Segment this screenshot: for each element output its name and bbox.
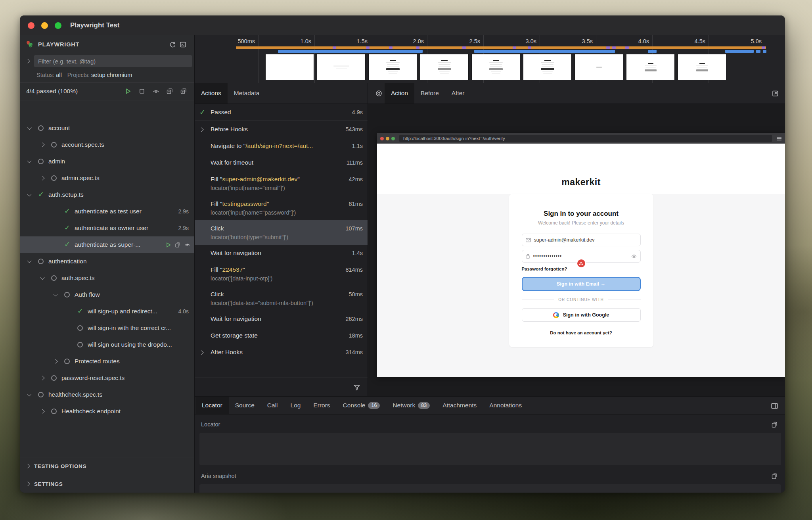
chevron-down-icon[interactable]: [53, 292, 57, 296]
tree-item-authenticate-as-super-[interactable]: ✓authenticate as super-...: [20, 236, 194, 253]
tree-item-password-reset-spec-ts[interactable]: password-reset.spec.ts: [20, 370, 194, 386]
reload-tests-icon[interactable]: [167, 39, 178, 50]
terminal-icon[interactable]: [178, 39, 188, 50]
chevron-right-icon[interactable]: [40, 376, 44, 380]
chevron-down-icon[interactable]: [27, 192, 31, 196]
chevron-right-icon[interactable]: [40, 142, 44, 147]
action-row[interactable]: Fill "224537"814mslocator('[data-input-o…: [195, 261, 368, 286]
chevron-right-icon[interactable]: [53, 359, 57, 363]
film-strip-thumbnail[interactable]: [678, 54, 726, 80]
zoom-window-button[interactable]: [55, 22, 61, 29]
film-strip-thumbnail[interactable]: [420, 54, 468, 80]
chevron-right-icon[interactable]: [200, 126, 203, 133]
film-strip-thumbnail[interactable]: [317, 54, 365, 80]
signin-email-button[interactable]: Sign in with Email →: [522, 277, 641, 291]
tab-log[interactable]: Log: [284, 397, 307, 414]
tree-item-account[interactable]: account: [20, 120, 194, 136]
film-strip-thumbnail[interactable]: [369, 54, 417, 80]
tree-item-auth-spec-ts[interactable]: auth.spec.ts: [20, 270, 194, 286]
action-row[interactable]: Wait for timeout111ms: [195, 154, 368, 171]
tree-item-account-spec-ts[interactable]: account.spec.ts: [20, 136, 194, 153]
chevron-down-icon[interactable]: [27, 392, 31, 396]
section-testing-options[interactable]: TESTING OPTIONS: [20, 457, 194, 475]
tree-item-admin[interactable]: admin: [20, 153, 194, 170]
tab-call[interactable]: Call: [261, 397, 284, 414]
action-row[interactable]: Before Hooks543ms: [195, 121, 368, 138]
tab-after[interactable]: After: [445, 83, 471, 104]
expand-all-icon[interactable]: [178, 86, 189, 96]
copy-aria-snapshot-icon[interactable]: [769, 471, 779, 481]
action-row[interactable]: Wait for navigation1.4s: [195, 245, 368, 261]
film-strip-thumbnail[interactable]: [575, 54, 623, 80]
action-row[interactable]: Click107mslocator('button[type="submit"]…: [195, 220, 368, 245]
film-strip-thumbnail[interactable]: [472, 54, 520, 80]
tab-locator[interactable]: Locator: [195, 397, 229, 414]
tab-actions[interactable]: Actions: [195, 83, 228, 104]
open-external-icon[interactable]: [770, 88, 780, 98]
film-strip-thumbnail[interactable]: [626, 54, 674, 80]
tree-item-invitations[interactable]: invitations: [20, 420, 194, 421]
filter-input[interactable]: [34, 55, 192, 67]
tree-item-protected-routes[interactable]: Protected routes: [20, 353, 194, 370]
tree-item-authentication[interactable]: authentication: [20, 253, 194, 270]
watch-test-icon[interactable]: [184, 242, 190, 248]
show-password-icon[interactable]: [631, 254, 637, 258]
chevron-down-icon[interactable]: [27, 159, 31, 163]
tree-item-will-sign-out-using-the-dropdo-[interactable]: will sign out using the dropdo...: [20, 336, 194, 353]
action-row[interactable]: Navigate to "/auth/sign-in?next=/aut...1…: [195, 138, 368, 154]
filter-expand-chevron-icon[interactable]: [25, 59, 30, 63]
tree-item-admin-spec-ts[interactable]: admin.spec.ts: [20, 170, 194, 186]
tab-annotations[interactable]: Annotations: [483, 397, 528, 414]
chevron-down-icon[interactable]: [40, 275, 44, 280]
action-row[interactable]: ✓Passed4.9s: [195, 104, 368, 121]
film-strip-thumbnail[interactable]: [523, 54, 571, 80]
tree-item-will-sign-in-with-the-correct-cr-[interactable]: will sign-in with the correct cr...: [20, 320, 194, 336]
chevron-right-icon[interactable]: [200, 349, 203, 356]
aria-snapshot-editor[interactable]: [199, 484, 781, 493]
close-window-button[interactable]: [28, 22, 34, 29]
chevron-right-icon[interactable]: [40, 176, 44, 180]
film-strip-thumbnail[interactable]: [266, 54, 314, 80]
tab-metadata[interactable]: Metadata: [228, 83, 266, 104]
email-field[interactable]: super-admin@makerkit.dev: [522, 234, 641, 246]
tree-item-auth-flow[interactable]: Auth flow: [20, 286, 194, 303]
split-view-icon[interactable]: [769, 401, 779, 411]
tab-network[interactable]: Network83: [386, 397, 436, 414]
collapse-all-icon[interactable]: [165, 86, 175, 96]
stop-button[interactable]: [137, 86, 147, 96]
pick-locator-icon[interactable]: [373, 88, 384, 98]
action-row[interactable]: Wait for navigation262ms: [195, 311, 368, 327]
tree-item-authenticate-as-test-user[interactable]: ✓authenticate as test user2.9s: [20, 203, 194, 220]
tree-item-healthcheck-endpoint[interactable]: Healthcheck endpoint: [20, 403, 194, 420]
chevron-right-icon[interactable]: [40, 409, 44, 413]
run-test-icon[interactable]: [165, 242, 171, 248]
section-settings[interactable]: SETTINGS: [20, 475, 194, 493]
password-field[interactable]: ••••••••••••••: [522, 250, 641, 263]
filter-actions-icon[interactable]: [352, 382, 362, 393]
minimize-window-button[interactable]: [41, 22, 48, 29]
copy-locator-icon[interactable]: [769, 419, 779, 430]
locator-editor[interactable]: [199, 433, 781, 465]
signin-google-button[interactable]: Sign in with Google: [522, 308, 641, 322]
chevron-down-icon[interactable]: [27, 125, 31, 130]
chevron-down-icon[interactable]: [27, 259, 31, 263]
tree-item-healthcheck-spec-ts[interactable]: healthcheck.spec.ts: [20, 386, 194, 403]
signup-link[interactable]: Do not have an account yet?: [522, 330, 641, 335]
tree-item-will-sign-up-and-redirect-[interactable]: ✓will sign-up and redirect...4.0s: [20, 303, 194, 320]
tree-item-authenticate-as-owner-user[interactable]: ✓authenticate as owner user2.9s: [20, 220, 194, 236]
tab-before[interactable]: Before: [414, 83, 445, 104]
run-all-button[interactable]: [123, 86, 133, 96]
action-row[interactable]: Fill "super-admin@makerkit.dev"42mslocat…: [195, 171, 368, 196]
tab-source[interactable]: Source: [229, 397, 261, 414]
action-row[interactable]: Get storage state18ms: [195, 327, 368, 344]
tab-console[interactable]: Console16: [337, 397, 387, 414]
tab-action[interactable]: Action: [385, 83, 414, 104]
action-row[interactable]: After Hooks314ms: [195, 344, 368, 361]
trace-timeline[interactable]: 500ms1.0s1.5s2.0s2.5s3.0s3.5s4.0s4.5s5.0…: [195, 35, 785, 83]
filter-status-line[interactable]: Status:all Projects:setup chromium: [20, 69, 194, 82]
watch-all-icon[interactable]: [151, 86, 161, 96]
copy-test-icon[interactable]: [175, 242, 181, 248]
tab-errors[interactable]: Errors: [307, 397, 336, 414]
action-row[interactable]: Click50mslocator('[data-test="submit-mfa…: [195, 286, 368, 311]
action-row[interactable]: Fill "testingpassword"81mslocator('input…: [195, 196, 368, 220]
